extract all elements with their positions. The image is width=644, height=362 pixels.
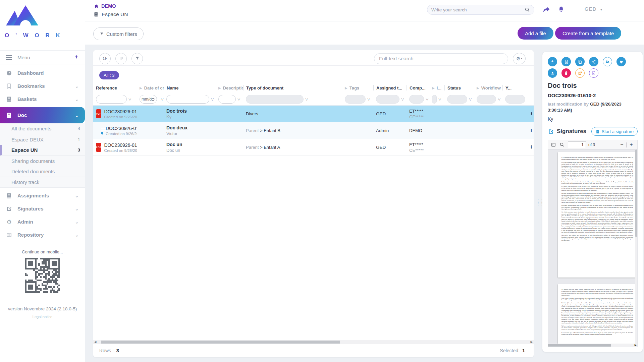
copy-icon[interactable] [575,57,585,66]
reference-filter-input[interactable] [96,95,127,104]
column-header-type[interactable]: Type of document [243,85,342,90]
pdf-page-area[interactable]: Il y a aujourd'hui trois cent quarante-h… [548,149,637,344]
trash-icon[interactable] [561,68,571,78]
column-header-reference[interactable]: Reference [93,85,137,90]
filter-funnel-icon[interactable]: ▽ [237,97,240,101]
filter-funnel-icon[interactable]: ▽ [211,97,214,101]
sidebar-item-sharing-documents[interactable]: Sharing documents [0,156,85,166]
workspace-breadcrumb[interactable]: DEMO [94,3,116,9]
type-filter-input[interactable] [246,95,304,104]
scrollbar-thumb[interactable] [101,341,340,344]
filter-funnel-icon[interactable]: ▽ [438,97,441,101]
scrollbar-thumb[interactable] [635,149,637,237]
i-filter-input[interactable] [432,95,437,104]
scroll-right-arrow-icon[interactable]: ▶ [530,340,534,344]
start-signature-button[interactable]: Start a signature [591,127,638,136]
column-header-i[interactable]: ▶I... [429,85,444,90]
column-header-description[interactable]: ▶Description [216,85,243,90]
name-filter-input[interactable] [166,95,209,104]
pdf-horizontal-scrollbar[interactable]: ▶ [548,344,637,347]
filter-funnel-icon[interactable]: ▽ [469,97,472,101]
table-settings-button[interactable]: ⚙ ▾ [513,53,526,64]
column-header-workflow[interactable]: ▶Workflow [474,85,502,90]
refresh-button[interactable]: ⟳ [99,53,111,64]
filter-button[interactable] [131,53,143,64]
scrollbar-thumb[interactable] [548,344,611,347]
heart-icon[interactable] [616,57,626,66]
y-filter-input[interactable] [505,95,525,104]
custom-filters-button[interactable]: Custom filters [93,27,144,40]
sidebar-item-baskets[interactable]: Baskets ⌄ [0,93,85,106]
download-icon[interactable] [548,57,557,66]
sidebar-toggle-icon[interactable] [551,142,556,147]
sidebar-item-deleted-documents[interactable]: Deleted documents [0,166,85,177]
column-header-assigned[interactable]: Assigned t... [373,85,407,90]
table-horizontal-scrollbar[interactable]: ◀ ▶ [93,340,534,344]
scroll-left-arrow-icon[interactable]: ◀ [93,340,97,344]
filter-funnel-icon[interactable]: ▽ [305,97,308,101]
sidebar-item-espace-deux[interactable]: Espace DEUX 1 [0,134,85,145]
all-count-chip[interactable]: All : 3 [99,71,119,79]
stamp-icon[interactable] [548,68,557,78]
pdf-vertical-scrollbar[interactable] [635,149,637,344]
calendar-icon[interactable] [151,98,155,101]
column-header-date[interactable]: ▶Date of cr... [137,85,164,90]
search-icon[interactable] [525,7,530,12]
filter-funnel-icon[interactable]: ▽ [161,97,164,101]
bell-icon[interactable] [557,5,565,13]
columns-button[interactable] [115,53,127,64]
row-company-2: CE***** [409,148,429,153]
filter-funnel-icon[interactable]: ▽ [498,97,500,101]
tags-filter-input[interactable] [345,95,366,104]
table-row[interactable]: PDF DOC230926-01608-0 Created on 9/26/20… [93,139,534,156]
table-row[interactable]: PDF DOC230926-01610-2 Created on 9/26/20… [93,106,534,122]
sidebar-menu-toggle[interactable]: Menu [0,50,85,64]
filter-funnel-icon[interactable]: ▽ [128,97,131,101]
global-search-input[interactable] [431,7,525,12]
create-from-template-button[interactable]: Create from a template [555,27,621,40]
share-nodes-icon[interactable] [589,57,598,66]
company-filter-input[interactable] [409,95,424,104]
add-file-button[interactable]: Add a file [518,27,553,40]
filter-funnel-icon[interactable]: ▽ [367,97,370,101]
space-breadcrumb[interactable]: Espace UN [94,11,128,17]
column-header-y[interactable]: Y... [502,85,534,90]
sidebar-item-signatures[interactable]: Signatures ⌄ [0,202,85,215]
sidebar-item-all-documents[interactable]: All the documents 4 [0,123,85,134]
description-filter-input[interactable] [218,95,236,104]
assigned-filter-input[interactable] [376,95,399,104]
fulltext-search-input[interactable] [379,56,503,61]
users-icon[interactable] [603,57,612,66]
filter-funnel-icon[interactable]: ▽ [426,97,428,101]
sidebar-item-doc[interactable]: Doc ⌄ [0,107,85,123]
sidebar-item-bookmarks[interactable]: Bookmarks ⌄ [0,79,85,93]
row-name: Doc deux [166,125,216,130]
table-row[interactable]: DOC230926-01609-0 Created on 9/26/2023 3… [93,122,534,139]
column-header-company[interactable]: Comp... [407,85,429,90]
sidebar-item-assignments[interactable]: Assignments ⌄ [0,189,85,202]
panel-resize-handle[interactable]: ⋮⋮⋮⋮ [536,200,543,205]
pin-icon[interactable] [74,55,79,60]
sidebar-item-espace-un[interactable]: Espace UN 3 [0,145,85,156]
document-icon[interactable] [589,68,598,78]
scroll-right-arrow-icon[interactable]: ▶ [635,344,637,347]
external-link-icon[interactable] [575,68,585,78]
workflow-filter-input[interactable] [477,95,496,104]
user-menu[interactable]: GED ▾ [585,6,602,12]
search-icon[interactable] [559,142,565,147]
zoom-out-button[interactable]: − [619,142,625,148]
sidebar-item-dashboard[interactable]: Dashboard [0,66,85,79]
status-filter-input[interactable] [447,95,467,104]
sidebar-item-repository[interactable]: Repository ⌄ [0,228,85,241]
legal-notice-link[interactable]: Legal notice [0,315,85,319]
page-number-input[interactable] [568,141,586,148]
column-header-tags[interactable]: ▶Tags [342,85,373,90]
zoom-in-button[interactable]: + [628,142,635,148]
sidebar-item-history-track[interactable]: History track [0,177,85,188]
share-forward-icon[interactable] [542,5,551,13]
filter-funnel-icon[interactable]: ▽ [401,97,404,101]
upload-version-icon[interactable] [561,57,571,66]
column-header-status[interactable]: Status [444,85,474,90]
column-header-name[interactable]: Name [164,85,216,90]
sidebar-item-admin[interactable]: ⚙ Admin ⌄ [0,215,85,228]
